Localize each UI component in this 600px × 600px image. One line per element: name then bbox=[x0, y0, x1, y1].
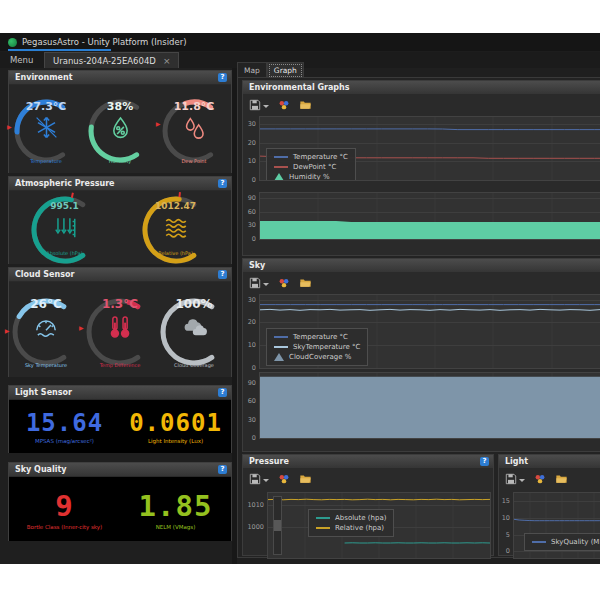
help-icon[interactable]: ? bbox=[218, 179, 227, 188]
open-folder-button[interactable] bbox=[555, 473, 568, 485]
gauge-label: Dew Point bbox=[158, 158, 230, 164]
sky-quality-displays: 9 Bortle Class (Inner-city sky) 1.85 NEL… bbox=[9, 477, 231, 541]
chart-legend: Temperature °CDewPoint °CHumidity % bbox=[266, 148, 356, 181]
y-tick-label: 30 bbox=[248, 416, 256, 424]
help-icon[interactable]: ? bbox=[218, 388, 227, 397]
legend-item: Humidity % bbox=[274, 172, 348, 181]
palette-icon[interactable] bbox=[278, 99, 290, 111]
y-axis: 0306090 bbox=[243, 192, 259, 240]
y-tick-label: 30 bbox=[248, 296, 256, 304]
legend-triangle-marker-icon bbox=[274, 173, 284, 181]
y-axis: 0306090 bbox=[243, 372, 259, 439]
y-tick-label: 10 bbox=[248, 157, 256, 165]
tab-device[interactable]: Uranus-204A-25EA604D × bbox=[44, 52, 179, 68]
y-tick-label: 0 bbox=[252, 364, 256, 372]
open-folder-button[interactable] bbox=[299, 277, 312, 289]
gauge-value: 1.3°C bbox=[83, 297, 157, 311]
chart-legend: Temperature °CSkyTemperature °CCloudCove… bbox=[266, 328, 368, 366]
legend-line-marker-icon bbox=[316, 527, 330, 529]
palette-icon[interactable] bbox=[278, 473, 290, 485]
legend-item: Absolute (hpa) bbox=[316, 513, 386, 523]
panel-light-sensor-header: Light Sensor ? bbox=[9, 386, 231, 400]
gauge-absolute-pressure: 995.1Absolute (hPa) bbox=[15, 192, 115, 264]
open-folder-button[interactable] bbox=[299, 99, 312, 111]
main-content: Environment ? ▶27.3°CTemperature 38%Humi… bbox=[0, 68, 600, 564]
legend-line-marker-icon bbox=[274, 156, 288, 158]
palette-icon[interactable] bbox=[534, 473, 546, 485]
legend-line-marker-icon bbox=[316, 517, 330, 519]
panel-title: Sky Quality bbox=[15, 465, 218, 474]
bortle-value: 9 bbox=[55, 489, 73, 523]
help-icon[interactable]: ? bbox=[480, 457, 489, 466]
palette-icon[interactable] bbox=[278, 277, 290, 289]
screenshot-canvas: PegasusAstro - Unity Platform (Insider) … bbox=[0, 0, 600, 600]
panel-sky: Sky ? 010 bbox=[242, 258, 600, 452]
panel-title: Pressure bbox=[249, 457, 480, 466]
mpsas-label: MPSAS (mag/arcsec²) bbox=[35, 438, 94, 444]
legend-item: DewPoint °C bbox=[274, 162, 348, 172]
y-tick-label: 10 bbox=[248, 341, 256, 349]
panel-environmental-graphs-header: Environmental Graphs ? bbox=[243, 81, 600, 95]
y-tick-label: 20 bbox=[248, 139, 256, 147]
display-nelm: 1.85 NELM (VMags) bbox=[120, 477, 231, 541]
save-chart-button[interactable] bbox=[249, 99, 269, 111]
chart-legend: Absolute (hpa)Relative (hpa) bbox=[308, 509, 394, 537]
legend-label: Temperature °C bbox=[293, 153, 348, 161]
save-chart-button[interactable] bbox=[249, 277, 269, 289]
panel-title: Environment bbox=[15, 73, 218, 82]
open-folder-button[interactable] bbox=[299, 473, 312, 485]
nelm-value: 1.85 bbox=[139, 489, 213, 523]
y-tick-label: 20 bbox=[248, 318, 256, 326]
chart-toolbar bbox=[505, 472, 600, 486]
panel-sky-header: Sky ? bbox=[243, 259, 600, 273]
dew-drops-icon bbox=[158, 115, 230, 140]
app-logo-icon bbox=[8, 38, 17, 47]
legend-label: Absolute (hpa) bbox=[335, 514, 386, 522]
gauge-label: Cloud Coverage bbox=[157, 362, 231, 368]
help-icon[interactable]: ? bbox=[218, 465, 227, 474]
chart-vertical-scrollbar[interactable] bbox=[273, 496, 282, 555]
panel-title: Environmental Graphs bbox=[249, 83, 600, 92]
panel-pressure: Pressure ? bbox=[242, 454, 494, 556]
bortle-label: Bortle Class (Inner-city sky) bbox=[27, 524, 102, 530]
gauge-sky-temperature: ▶26°CSky Temperature bbox=[9, 284, 83, 376]
help-icon[interactable]: ? bbox=[218, 270, 227, 279]
panel-environment-header: Environment ? bbox=[9, 71, 231, 85]
legend-item: Relative (hpa) bbox=[316, 523, 386, 533]
legend-label: CloudCoverage % bbox=[289, 353, 351, 361]
y-tick-label: 30 bbox=[248, 221, 256, 229]
gauge-value: 27.3°C bbox=[10, 100, 82, 113]
atmospheric-pressure-gauges: 995.1Absolute (hPa) 1012.47Relative (hPa… bbox=[9, 191, 231, 264]
panel-light-sensor: Light Sensor ? 15.64 MPSAS (mag/arcsec²)… bbox=[8, 385, 232, 453]
gauge-label: Relative (hPa) bbox=[126, 250, 226, 256]
menu-button[interactable]: Menu bbox=[10, 55, 33, 65]
save-chart-button[interactable] bbox=[505, 473, 525, 485]
panel-atmospheric-pressure: Atmospheric Pressure ? 995.1Absolute (hP… bbox=[8, 176, 232, 264]
gauge-label: Sky Temperature bbox=[9, 362, 83, 368]
gauge-relative-pressure: 1012.47Relative (hPa) bbox=[126, 192, 226, 264]
relative-pressure-icon bbox=[126, 215, 226, 241]
app-window: PegasusAstro - Unity Platform (Insider) … bbox=[0, 33, 600, 564]
y-tick-label: 10 bbox=[502, 514, 510, 522]
chevron-down-icon bbox=[519, 479, 525, 485]
chart-light: SkyQuality (MPSAS) bbox=[513, 492, 600, 559]
gauge-label: Absolute (hPa) bbox=[15, 250, 115, 256]
y-tick-label: 90 bbox=[248, 379, 256, 387]
gauge-value: 100% bbox=[157, 297, 231, 311]
panel-light-header: Light ? bbox=[499, 455, 600, 469]
panel-cloud-sensor-header: Cloud Sensor ? bbox=[9, 268, 231, 282]
save-chart-button[interactable] bbox=[249, 473, 269, 485]
legend-line-marker-icon bbox=[274, 336, 288, 338]
y-tick-label: 0 bbox=[252, 176, 256, 184]
app-title: PegasusAstro - Unity Platform (Insider) bbox=[22, 37, 186, 47]
chart-sky-cloudcoverage bbox=[259, 372, 600, 439]
chevron-down-icon bbox=[263, 283, 269, 289]
y-tick-label: 30 bbox=[248, 120, 256, 128]
gauge-dew-point: ▶11.8°CDew Point bbox=[158, 87, 230, 171]
y-tick-label: 0 bbox=[252, 235, 256, 243]
sky-gauge-icon bbox=[9, 314, 83, 340]
panel-sky-quality: Sky Quality ? 9 Bortle Class (Inner-city… bbox=[8, 462, 232, 541]
close-tab-icon[interactable]: × bbox=[163, 56, 171, 66]
help-icon[interactable]: ? bbox=[218, 73, 227, 82]
nelm-label: NELM (VMags) bbox=[156, 524, 196, 530]
